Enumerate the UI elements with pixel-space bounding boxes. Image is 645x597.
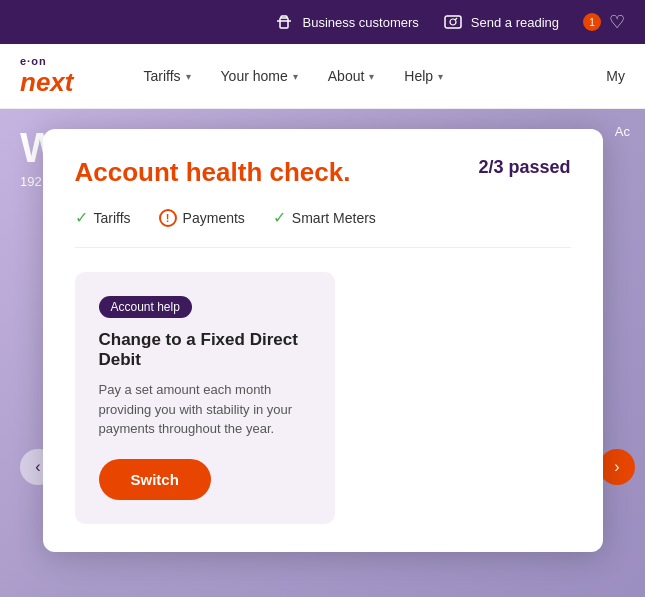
card-title: Change to a Fixed Direct Debit: [99, 330, 311, 370]
nav-your-home[interactable]: Your home ▾: [221, 68, 298, 84]
logo-next: next: [20, 67, 73, 98]
modal-header: Account health check. 2/3 passed: [75, 157, 571, 188]
business-customers-link[interactable]: Business customers: [274, 12, 418, 32]
nav-my[interactable]: My: [606, 68, 625, 84]
nav-tariffs[interactable]: Tariffs ▾: [143, 68, 190, 84]
check-pass-icon-2: ✓: [273, 208, 286, 227]
modal-score: 2/3 passed: [478, 157, 570, 178]
notification-badge: 1: [583, 13, 601, 31]
recommendation-card: Account help Change to a Fixed Direct De…: [75, 272, 335, 524]
check-payments: ! Payments: [159, 209, 245, 227]
briefcase-icon: [274, 12, 294, 32]
switch-button[interactable]: Switch: [99, 459, 211, 500]
nav-bar: e·on next Tariffs ▾ Your home ▾ About ▾ …: [0, 44, 645, 109]
check-pass-icon: ✓: [75, 208, 88, 227]
chevron-down-icon: ▾: [186, 71, 191, 82]
meter-icon: [443, 12, 463, 32]
send-reading-link[interactable]: Send a reading: [443, 12, 559, 32]
modal-overlay: Account health check. 2/3 passed ✓ Tarif…: [0, 109, 645, 597]
chevron-down-icon: ▾: [369, 71, 374, 82]
card-tag: Account help: [99, 296, 192, 318]
health-check-modal: Account health check. 2/3 passed ✓ Tarif…: [43, 129, 603, 552]
svg-rect-2: [445, 16, 461, 28]
svg-rect-0: [280, 18, 288, 28]
nav-help[interactable]: Help ▾: [404, 68, 443, 84]
check-warn-icon: !: [159, 209, 177, 227]
check-smart-meters: ✓ Smart Meters: [273, 208, 376, 227]
notifications-link[interactable]: 1 ♡: [583, 11, 625, 33]
check-items-row: ✓ Tariffs ! Payments ✓ Smart Meters: [75, 208, 571, 248]
logo[interactable]: e·on next: [20, 55, 73, 98]
chevron-down-icon: ▾: [293, 71, 298, 82]
heart-icon: ♡: [609, 11, 625, 33]
svg-line-4: [455, 18, 457, 20]
nav-about[interactable]: About ▾: [328, 68, 375, 84]
card-description: Pay a set amount each month providing yo…: [99, 380, 311, 439]
check-tariffs: ✓ Tariffs: [75, 208, 131, 227]
chevron-down-icon: ▾: [438, 71, 443, 82]
modal-title: Account health check.: [75, 157, 351, 188]
logo-eon: e·on: [20, 55, 73, 67]
top-bar: Business customers Send a reading 1 ♡: [0, 0, 645, 44]
